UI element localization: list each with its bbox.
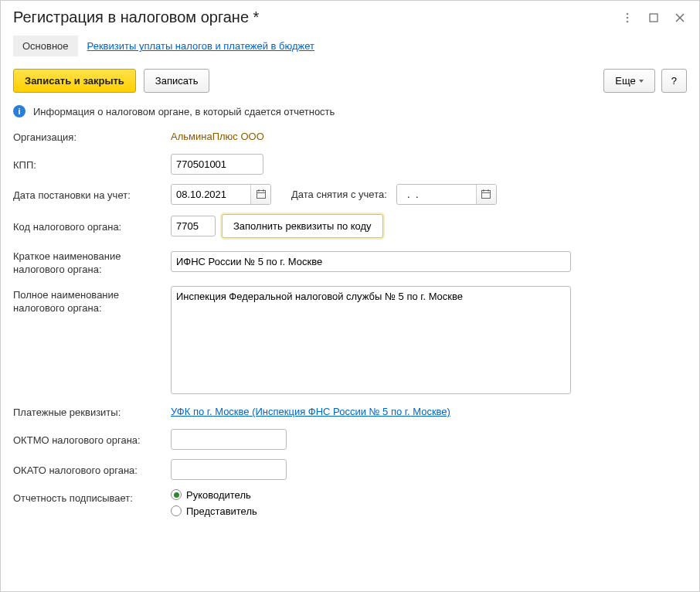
registration-date-input[interactable] bbox=[172, 185, 250, 204]
signer-option-representative-label: Представитель bbox=[186, 505, 257, 517]
info-text: Информация о налоговом органе, в который… bbox=[33, 106, 335, 117]
payment-details-link[interactable]: УФК по г. Москве (Инспекция ФНС России №… bbox=[171, 406, 450, 417]
radio-icon bbox=[171, 489, 182, 500]
oktmo-label: ОКТМО налогового органа: bbox=[13, 431, 171, 447]
deregistration-date-calendar-button[interactable] bbox=[476, 185, 496, 204]
okato-input[interactable] bbox=[171, 459, 287, 480]
signer-label: Отчетность подписывает: bbox=[13, 489, 171, 505]
svg-rect-8 bbox=[482, 191, 491, 199]
registration-date-label: Дата постановки на учет: bbox=[13, 186, 171, 202]
close-icon[interactable] bbox=[673, 11, 687, 25]
radio-icon bbox=[171, 505, 182, 516]
more-vertical-icon[interactable] bbox=[620, 11, 634, 25]
tax-code-input[interactable] bbox=[171, 216, 216, 236]
short-name-input[interactable] bbox=[171, 251, 571, 272]
signer-option-director[interactable]: Руководитель bbox=[171, 489, 257, 501]
organization-label: Организация: bbox=[13, 128, 171, 145]
maximize-icon[interactable] bbox=[647, 11, 661, 25]
okato-label: ОКАТО налогового органа: bbox=[13, 461, 171, 478]
more-button[interactable]: Еще bbox=[603, 69, 654, 93]
tab-payment-details-link[interactable]: Реквизиты уплаты налогов и платежей в бю… bbox=[84, 36, 318, 56]
svg-rect-4 bbox=[257, 191, 265, 199]
svg-point-0 bbox=[627, 12, 629, 15]
deregistration-date-input[interactable] bbox=[397, 185, 476, 204]
kpp-input[interactable] bbox=[171, 154, 263, 175]
calendar-icon bbox=[481, 189, 491, 199]
info-icon: i bbox=[13, 105, 25, 117]
chevron-down-icon bbox=[639, 80, 644, 83]
save-close-button[interactable]: Записать и закрыть bbox=[13, 69, 136, 93]
deregistration-date-label: Дата снятия с учета: bbox=[291, 189, 387, 200]
more-button-label: Еще bbox=[615, 75, 635, 87]
registration-date-calendar-button[interactable] bbox=[250, 185, 270, 204]
full-name-textarea[interactable] bbox=[171, 286, 571, 394]
payment-details-label: Платежные реквизиты: bbox=[13, 403, 171, 420]
full-name-label: Полное наименование налогового органа: bbox=[13, 286, 171, 315]
save-button[interactable]: Записать bbox=[144, 69, 210, 93]
help-button[interactable]: ? bbox=[661, 69, 687, 93]
svg-rect-3 bbox=[650, 14, 658, 22]
oktmo-input[interactable] bbox=[171, 429, 287, 450]
tax-code-label: Код налогового органа: bbox=[13, 218, 171, 234]
signer-option-director-label: Руководитель bbox=[186, 489, 251, 501]
svg-point-2 bbox=[627, 20, 629, 22]
calendar-icon bbox=[256, 189, 267, 199]
organization-link[interactable]: АльминаПлюс ООО bbox=[171, 131, 264, 142]
page-title: Регистрация в налоговом органе * bbox=[13, 9, 259, 26]
kpp-label: КПП: bbox=[13, 156, 171, 172]
svg-point-1 bbox=[627, 16, 629, 19]
signer-option-representative[interactable]: Представитель bbox=[171, 505, 257, 517]
tab-main[interactable]: Основное bbox=[13, 36, 78, 56]
short-name-label: Краткое наименование налогового органа: bbox=[13, 247, 171, 277]
fill-by-code-button[interactable]: Заполнить реквизиты по коду bbox=[222, 214, 383, 238]
